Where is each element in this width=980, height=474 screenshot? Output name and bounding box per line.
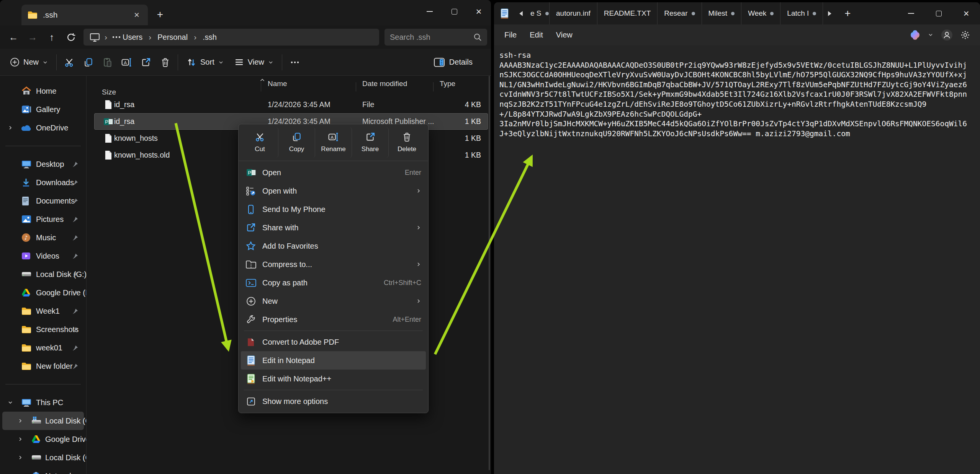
- minimize-button[interactable]: [417, 0, 442, 23]
- view-button[interactable]: View: [229, 53, 279, 72]
- refresh-button[interactable]: [61, 29, 80, 46]
- menu-item-convert-to-adobe-pdf[interactable]: Convert to Adobe PDF: [241, 333, 426, 351]
- breadcrumb-ellipsis-icon[interactable]: [112, 36, 121, 38]
- sidebar-item-onedrive[interactable]: OneDrive: [2, 119, 84, 137]
- tab-scroll-left-icon[interactable]: [514, 6, 527, 21]
- new-button[interactable]: New: [5, 53, 53, 72]
- notepad-tab-readme-txt[interactable]: README.TXT: [597, 2, 658, 24]
- column-divider[interactable]: [433, 82, 434, 91]
- notepad-tab-autorun-inf[interactable]: autorun.inf: [550, 2, 597, 24]
- context-quick-delete[interactable]: Delete: [389, 127, 425, 158]
- sort-button[interactable]: Sort: [181, 53, 229, 72]
- notepad-minimize-button[interactable]: [897, 2, 925, 24]
- menu-item-open[interactable]: POpenEnter: [241, 163, 426, 182]
- sidebar-item-local-disk-g[interactable]: Local Disk (G:): [2, 448, 84, 467]
- copy-button[interactable]: [79, 53, 98, 72]
- notepad-tab-latch-i[interactable]: Latch I: [780, 2, 823, 24]
- chevron-down-icon[interactable]: [928, 32, 933, 37]
- chevron-right-icon[interactable]: [8, 125, 13, 130]
- notepad-editor[interactable]: ssh-rsaAAAAB3NzaC1yc2EAAAADAQABAAACAQDeO…: [494, 45, 980, 138]
- sidebar-item-pictures[interactable]: Pictures: [2, 210, 84, 228]
- explorer-tab[interactable]: .ssh ×: [21, 5, 148, 25]
- column-header-type[interactable]: Type: [440, 80, 488, 88]
- menu-item-properties[interactable]: PropertiesAlt+Enter: [241, 310, 426, 329]
- cut-button[interactable]: [60, 53, 79, 72]
- sidebar-item-local-disk-c[interactable]: Local Disk (C:): [2, 412, 84, 430]
- breadcrumb-segment-users[interactable]: Users: [121, 32, 144, 42]
- copilot-icon[interactable]: [910, 30, 920, 40]
- menu-edit[interactable]: Edit: [523, 27, 549, 43]
- settings-gear-icon[interactable]: [960, 30, 970, 40]
- column-divider[interactable]: [261, 82, 261, 91]
- menu-item-edit-in-notepad[interactable]: Edit in Notepad: [241, 351, 426, 370]
- menu-item-edit-with-notepad[interactable]: Edit with Notepad++: [241, 370, 426, 388]
- back-button[interactable]: ←: [4, 29, 23, 46]
- share-button[interactable]: [136, 53, 155, 72]
- sidebar-item-week01[interactable]: week01: [2, 339, 84, 357]
- column-header-date-modified[interactable]: Date modified: [362, 80, 440, 88]
- maximize-button[interactable]: [442, 0, 466, 23]
- chevron-down-icon[interactable]: [8, 400, 13, 405]
- new-tab-button[interactable]: +: [152, 7, 168, 22]
- menu-item-copy-as-path[interactable]: Copy as pathCtrl+Shift+C: [241, 274, 426, 292]
- context-quick-rename[interactable]: ARename: [315, 127, 352, 158]
- column-divider[interactable]: [356, 82, 356, 91]
- sidebar-item-gallery[interactable]: Gallery: [2, 100, 84, 119]
- this-pc-icon[interactable]: [90, 33, 100, 42]
- file-row-id-rsa[interactable]: id_rsa1/24/2026 3:45 AMFile4 KB: [94, 96, 488, 113]
- breadcrumb[interactable]: › Users›Personal›.ssh: [83, 29, 379, 46]
- sidebar-item-this-pc[interactable]: This PC: [2, 393, 84, 412]
- close-button[interactable]: ×: [466, 0, 491, 23]
- chevron-right-icon[interactable]: [18, 455, 23, 460]
- column-header-size[interactable]: Size: [102, 88, 114, 96]
- notepad-tab-resear[interactable]: Resear: [658, 2, 702, 24]
- sidebar-item-downloads[interactable]: Downloads: [2, 173, 84, 192]
- menu-item-compress-to[interactable]: Compress to...: [241, 255, 426, 274]
- search-input[interactable]: Search .ssh: [384, 29, 487, 46]
- menu-view[interactable]: View: [550, 27, 579, 43]
- menu-item-add-to-favorites[interactable]: Add to Favorites: [241, 237, 426, 255]
- sidebar-item-google-drive-d[interactable]: Google Drive (D:): [2, 430, 84, 448]
- notepad-maximize-button[interactable]: [925, 2, 952, 24]
- notepad-new-tab-button[interactable]: +: [836, 8, 859, 20]
- menu-item-open-with[interactable]: Open with: [241, 182, 426, 200]
- notepad-tab-e-s[interactable]: e S: [527, 2, 550, 24]
- context-quick-share[interactable]: Share: [352, 127, 389, 158]
- breadcrumb-segment-personal[interactable]: Personal: [156, 32, 189, 42]
- tab-close-icon[interactable]: ×: [130, 8, 143, 21]
- chevron-right-icon[interactable]: [18, 418, 23, 424]
- sidebar-item-week1[interactable]: Week1: [2, 302, 84, 320]
- menu-item-send-to-my-phone[interactable]: Send to My Phone: [241, 200, 426, 218]
- notepad-close-button[interactable]: ×: [952, 2, 980, 24]
- account-icon[interactable]: [941, 29, 953, 41]
- more-options-button[interactable]: [285, 53, 304, 72]
- scrollbar[interactable]: [489, 76, 490, 470]
- rename-button[interactable]: A: [117, 53, 136, 72]
- sidebar-item-music[interactable]: ♪Music: [2, 228, 84, 247]
- notepad-tab-milest[interactable]: Milest: [702, 2, 742, 24]
- forward-button[interactable]: →: [23, 29, 42, 46]
- up-button[interactable]: ↑: [42, 29, 61, 46]
- notepad-tab-week[interactable]: Week: [741, 2, 780, 24]
- breadcrumb-segment-ssh[interactable]: .ssh: [201, 32, 218, 42]
- context-quick-cut[interactable]: Cut: [242, 127, 278, 158]
- sidebar-item-videos[interactable]: Videos: [2, 247, 84, 265]
- tab-scroll-right-icon[interactable]: [823, 6, 836, 21]
- sidebar-item-desktop[interactable]: Desktop: [2, 155, 84, 173]
- sidebar-item-local-disk-g[interactable]: Local Disk (G:): [2, 265, 84, 283]
- sidebar-item-new-folder[interactable]: New folder: [2, 357, 84, 375]
- paste-button[interactable]: [98, 53, 117, 72]
- sidebar-item-google-drive-d[interactable]: Google Drive (D:): [2, 283, 84, 302]
- sidebar-item-screenshots[interactable]: Screenshots: [2, 320, 84, 339]
- menu-item-show-more-options[interactable]: Show more options: [241, 392, 426, 410]
- details-button[interactable]: Details: [434, 58, 486, 67]
- sidebar-item-network[interactable]: Network: [2, 467, 84, 474]
- chevron-right-icon[interactable]: [18, 437, 23, 442]
- menu-item-share-with[interactable]: Share with: [241, 218, 426, 237]
- sidebar-item-documents[interactable]: Documents: [2, 192, 84, 210]
- column-header-name[interactable]: Name: [268, 80, 362, 88]
- sidebar-item-home[interactable]: Home: [2, 82, 84, 100]
- menu-item-new[interactable]: New: [241, 292, 426, 310]
- delete-button[interactable]: [155, 53, 175, 72]
- context-quick-copy[interactable]: Copy: [278, 127, 315, 158]
